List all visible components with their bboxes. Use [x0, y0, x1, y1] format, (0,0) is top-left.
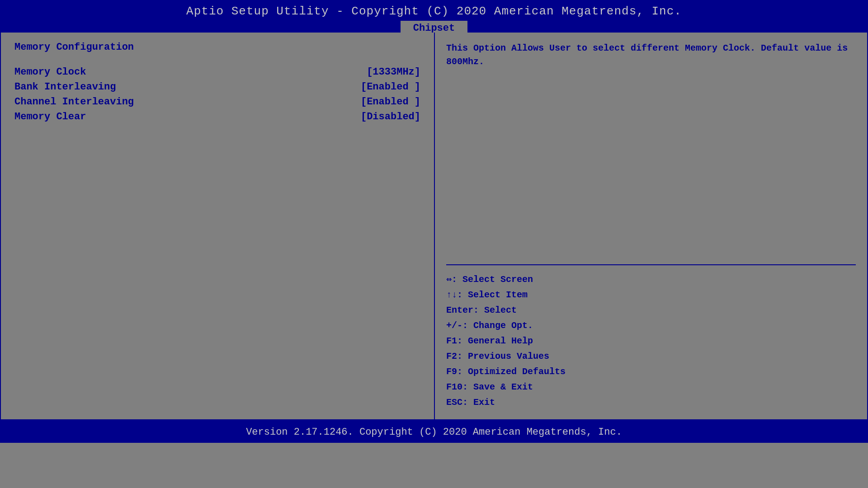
shortcut-key: F10: [446, 382, 473, 392]
footer: Version 2.17.1246. Copyright (C) 2020 Am… [0, 420, 868, 443]
shortcut-item: F1: General Help [446, 333, 856, 349]
config-row[interactable]: Memory Clock[1333MHz] [14, 66, 420, 78]
shortcut-action: Select Item [468, 290, 528, 300]
header-title: Aptio Setup Utility - Copyright (C) 2020… [0, 5, 868, 18]
config-value: [Disabled] [361, 111, 420, 122]
config-row[interactable]: Memory Clear[Disabled] [14, 111, 420, 122]
shortcut-item: F9: Optimized Defaults [446, 364, 856, 380]
shortcut-key: F2: [446, 351, 468, 361]
right-panel: This Option Allows User to select differ… [435, 33, 867, 419]
config-table: Memory Clock[1333MHz]Bank Interleaving[E… [14, 66, 420, 122]
config-label: Bank Interleaving [14, 81, 116, 93]
config-label: Memory Clear [14, 111, 86, 122]
shortcut-item: F10: Save & Exit [446, 380, 856, 395]
shortcut-key: Enter: [446, 305, 484, 315]
divider [446, 264, 856, 265]
shortcut-item: Enter: Select [446, 303, 856, 318]
main-content: Memory Configuration Memory Clock[1333MH… [0, 32, 868, 420]
shortcut-key: ESC: [446, 397, 473, 408]
shortcut-action: Change Opt. [473, 320, 533, 331]
help-text: This Option Allows User to select differ… [446, 42, 856, 258]
config-value: [Enabled ] [361, 81, 420, 93]
shortcut-action: Optimized Defaults [468, 366, 566, 377]
shortcut-key: ↑↓: [446, 290, 468, 300]
section-title: Memory Configuration [14, 42, 420, 53]
shortcut-key: F9: [446, 366, 468, 377]
shortcut-action: General Help [468, 336, 533, 346]
config-label: Channel Interleaving [14, 96, 134, 108]
shortcut-action: Exit [473, 397, 495, 408]
shortcut-key: F1: [446, 336, 468, 346]
shortcut-action: Select [484, 305, 517, 315]
left-panel: Memory Configuration Memory Clock[1333MH… [1, 33, 435, 419]
shortcut-key: ⇔: [446, 274, 462, 285]
config-row[interactable]: Channel Interleaving[Enabled ] [14, 96, 420, 108]
shortcut-key: +/-: [446, 320, 473, 331]
shortcut-item: +/-: Change Opt. [446, 318, 856, 333]
config-value: [1333MHz] [367, 66, 420, 78]
shortcut-item: ⇔: Select Screen [446, 272, 856, 287]
config-row[interactable]: Bank Interleaving[Enabled ] [14, 81, 420, 93]
shortcut-action: Previous Values [468, 351, 549, 361]
shortcut-item: ESC: Exit [446, 395, 856, 410]
shortcuts-list: ⇔: Select Screen↑↓: Select ItemEnter: Se… [446, 272, 856, 410]
header: Aptio Setup Utility - Copyright (C) 2020… [0, 0, 868, 32]
shortcut-action: Save & Exit [473, 382, 533, 392]
shortcut-item: F2: Previous Values [446, 349, 856, 364]
shortcut-item: ↑↓: Select Item [446, 287, 856, 303]
shortcut-action: Select Screen [462, 274, 533, 285]
config-label: Memory Clock [14, 66, 86, 78]
config-value: [Enabled ] [361, 96, 420, 108]
